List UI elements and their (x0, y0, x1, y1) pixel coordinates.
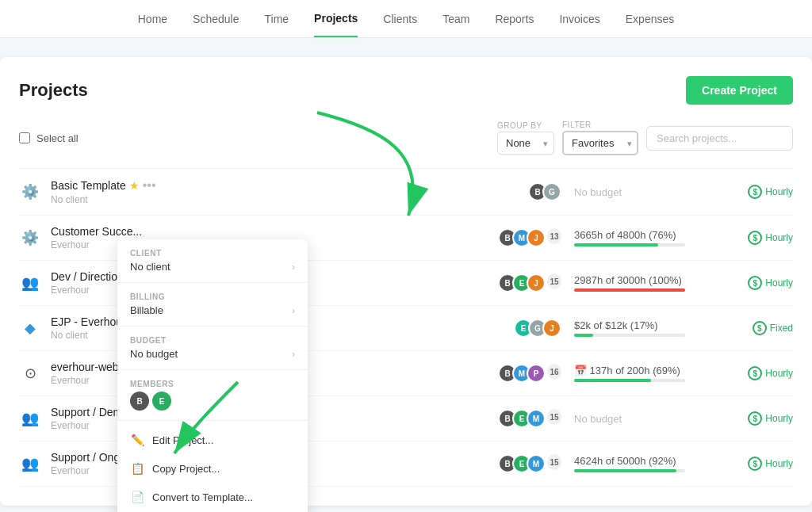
nav-reports[interactable]: Reports (495, 2, 534, 36)
project-info: Basic Template ★ ••• No client (51, 178, 482, 205)
copy-project-action[interactable]: 📋 Copy Project... (117, 454, 308, 483)
budget-text: $2k of $12k (17%) (574, 319, 717, 331)
budget-text: No budget (574, 186, 622, 198)
project-avatars: B E M 15 (498, 454, 561, 473)
project-client: No client (51, 194, 88, 205)
project-client: Everhour (51, 420, 90, 431)
project-right: B E M 15 No budget $ Hourly (492, 409, 793, 428)
page-title: Projects (19, 80, 88, 101)
budget-text: No budget (574, 413, 622, 425)
budget-bar-bg (574, 379, 685, 382)
billing-icon: $ (753, 321, 767, 335)
context-members-section: MEMBERS B E (117, 370, 308, 421)
create-project-button[interactable]: Create Project (686, 76, 793, 105)
nav-expenses[interactable]: Expenses (626, 2, 674, 36)
avatar-count: 15 (547, 273, 561, 289)
avatar: J (527, 228, 546, 247)
group-by-select[interactable]: None (497, 132, 554, 155)
nav-home[interactable]: Home (138, 2, 167, 36)
project-client: Everhour (51, 239, 90, 250)
toolbar: Select all GROUP BY None FILTER Favorite… (19, 120, 793, 155)
nav-schedule[interactable]: Schedule (193, 2, 239, 36)
context-client-value[interactable]: No client › (130, 261, 295, 273)
project-avatars: B E M 15 (498, 409, 561, 428)
budget-bar-fill (574, 243, 658, 246)
budget-bar-bg (574, 288, 685, 292)
context-budget-value[interactable]: No budget › (130, 348, 295, 360)
project-client: Everhour (51, 285, 90, 296)
project-name[interactable]: Basic Template (51, 179, 126, 192)
avatar-count: 15 (547, 409, 561, 425)
search-input[interactable] (646, 126, 793, 151)
context-billing-value[interactable]: Billable › (130, 304, 295, 316)
context-actions: ✏️ Edit Project... 📋 Copy Project... 📄 C… (117, 421, 308, 512)
filter-select[interactable]: Favorites (562, 131, 638, 155)
nav-projects[interactable]: Projects (314, 1, 358, 37)
project-budget: 4624h of 5000h (92%) (574, 455, 717, 472)
project-icon: ◆ (19, 317, 41, 339)
billing-label: Hourly (765, 413, 793, 424)
nav-clients[interactable]: Clients (383, 2, 417, 36)
select-all-area: Select all (19, 132, 488, 144)
project-icon: ⚙️ (19, 181, 41, 203)
avatar: M (527, 409, 546, 428)
nav-team[interactable]: Team (442, 2, 469, 36)
filter-label: FILTER (562, 120, 638, 129)
project-right: B E M 15 4624h of 5000h (92%) $ Hourly (492, 454, 793, 473)
more-options-icon[interactable]: ••• (143, 178, 156, 193)
billing-badge: $ Hourly (730, 411, 793, 426)
chevron-right-icon: › (292, 305, 295, 316)
budget-text: 4624h of 5000h (92%) (574, 455, 717, 467)
star-icon[interactable]: ★ (129, 179, 140, 192)
billing-label: Hourly (765, 232, 793, 243)
billing-badge: $ Hourly (730, 457, 793, 471)
context-budget-label: BUDGET (130, 336, 295, 345)
project-name[interactable]: Customer Succe... (51, 225, 142, 238)
template-icon: 📄 (130, 490, 144, 504)
project-icon: 👥 (19, 272, 41, 294)
nav-time[interactable]: Time (265, 2, 289, 36)
context-billing-section: BILLING Billable › (117, 283, 308, 327)
avatar: P (527, 364, 546, 383)
avatar: J (527, 273, 546, 292)
project-icon: 👥 (19, 407, 41, 430)
context-members-label: MEMBERS (130, 380, 295, 388)
copy-project-label: Copy Project... (152, 463, 220, 475)
project-icon: ⚙️ (19, 227, 41, 249)
budget-bar-fill (574, 379, 651, 382)
chevron-right-icon: › (292, 349, 295, 360)
select-all-checkbox[interactable] (19, 132, 30, 143)
avatar: G (542, 182, 561, 201)
context-menu: CLIENT No client › BILLING Billable › BU… (117, 239, 308, 512)
project-budget: 2987h of 3000h (100%) (574, 274, 717, 292)
edit-project-label: Edit Project... (152, 434, 213, 446)
budget-bar-fill (574, 288, 685, 292)
project-name[interactable]: everhour-web... (51, 361, 128, 373)
avatar-count: 16 (547, 364, 561, 380)
avatar-count: 15 (547, 454, 561, 470)
filter-wrapper: Favorites (562, 131, 638, 155)
billing-label: Fixed (770, 323, 793, 334)
billing-icon: $ (748, 411, 762, 426)
edit-project-action[interactable]: ✏️ Edit Project... (117, 426, 308, 454)
billing-badge: $ Hourly (730, 276, 793, 290)
project-budget: $2k of $12k (17%) (574, 319, 717, 337)
budget-text: 2987h of 3000h (100%) (574, 274, 717, 286)
group-by-filter: GROUP BY None (497, 121, 554, 155)
project-budget: 📅 137h of 200h (69%) (574, 365, 717, 382)
billing-label: Hourly (765, 186, 793, 197)
project-right: B M P 16 📅 137h of 200h (69%) $ Hourly (492, 364, 793, 383)
nav-invoices[interactable]: Invoices (559, 2, 599, 36)
billing-label: Hourly (765, 277, 793, 288)
project-avatars: E G J (498, 319, 561, 338)
project-client: Everhour (51, 465, 90, 476)
project-budget: 3665h of 4800h (76%) (574, 229, 717, 246)
budget-bar-bg (574, 243, 685, 246)
project-icon: 👥 (19, 453, 41, 475)
convert-template-action[interactable]: 📄 Convert to Template... (117, 483, 308, 511)
project-client: No client (51, 330, 88, 341)
billing-label: Hourly (765, 368, 793, 379)
context-members-avatars: B E (130, 392, 295, 411)
billing-badge: $ Hourly (730, 366, 793, 380)
billing-icon: $ (748, 366, 762, 380)
